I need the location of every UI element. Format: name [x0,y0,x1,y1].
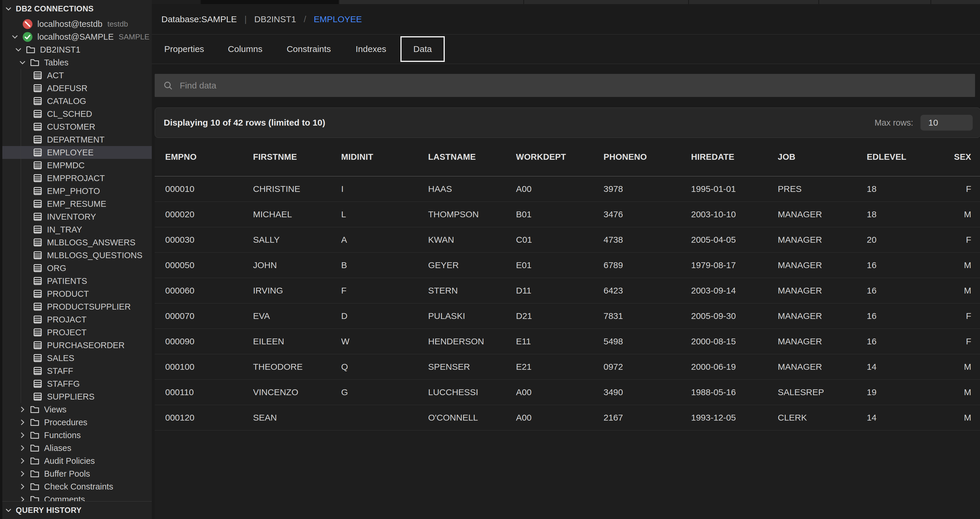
tree-item-patients[interactable]: PATIENTS [0,275,152,287]
breadcrumb-schema[interactable]: DB2INST1 [254,14,296,24]
table-row[interactable]: 000100THEODOREQSPENSERE2109722000-06-19M… [155,354,980,380]
table-row[interactable]: 000070EVADPULASKID2178312005-09-30MANAGE… [155,303,980,329]
table-icon [33,160,43,170]
tree-item-productsupplier[interactable]: PRODUCTSUPPLIER [0,300,152,313]
tree-item-label: Views [44,405,67,414]
tree-item-staff[interactable]: STAFF [0,364,152,377]
table-cell: 1995-01-01 [691,184,778,194]
tree-item-buffer-pools[interactable]: Buffer Pools [0,467,152,480]
tree-item-purchaseorder[interactable]: PURCHASEORDER [0,339,152,351]
tree-item-audit-policies[interactable]: Audit Policies [0,454,152,467]
tree-item-department[interactable]: DEPARTMENT [0,133,152,146]
connection-database-badge: SAMPLE [119,32,150,42]
tree-item-suppliers[interactable]: SUPPLIERS [0,390,152,403]
table-cell: SPENSER [428,362,516,372]
table-cell: 000060 [165,286,253,295]
connection-database-badge: testdb [107,19,128,29]
tree-item-empprojact[interactable]: EMPPROJACT [0,172,152,185]
editor-tab-active[interactable] [201,0,339,4]
tree-item-org[interactable]: ORG [0,262,152,275]
table-cell: KWAN [428,235,516,245]
main-panel: Database:SAMPLE | DB2INST1 / EMPLOYEE Pr… [152,0,980,519]
tree-item-employee[interactable]: EMPLOYEE [0,146,152,159]
search-input[interactable] [180,74,975,97]
editor-tab[interactable] [524,0,688,4]
tree-item-staffg[interactable]: STAFFG [0,377,152,390]
tree-item-customer[interactable]: CUSTOMER [0,120,152,133]
tab-indexes[interactable]: Indexes [342,35,400,64]
tree-item-label: SALES [47,353,75,363]
tree-item-emp-resume[interactable]: EMP_RESUME [0,198,152,210]
tab-constraints[interactable]: Constraints [276,35,342,64]
tree-item-db2inst1[interactable]: DB2INST1 [0,43,152,56]
tree-item-functions[interactable]: Functions [0,429,152,442]
tab-properties[interactable]: Properties [154,35,214,64]
tree-item-views[interactable]: Views [0,403,152,416]
tree-item-label: ACT [47,71,64,80]
table-cell: MANAGER [778,235,867,245]
breadcrumb-table[interactable]: EMPLOYEE [314,14,362,24]
table-row[interactable]: 000060IRVINGFSTERND1164232003-09-14MANAG… [155,278,980,303]
table-icon [33,70,43,80]
tree-item-sales[interactable]: SALES [0,351,152,364]
column-header-firstnme: FIRSTNME [253,152,341,162]
table-cell: STERN [428,286,516,295]
tree-item-adefusr[interactable]: ADEFUSR [0,82,152,95]
tree-item-tables[interactable]: Tables [0,56,152,69]
column-header-hiredate: HIREDATE [691,152,778,162]
tree-item-label: MLBLOGS_ANSWERS [47,238,135,248]
editor-tab[interactable] [152,0,200,4]
editor-tab[interactable] [819,0,931,4]
table-cell: MANAGER [778,311,867,321]
tree-item-project[interactable]: PROJECT [0,326,152,339]
tree-item-procedures[interactable]: Procedures [0,416,152,429]
table-cell: F [952,337,971,347]
table-row[interactable]: 000010CHRISTINEIHAASA0039781995-01-01PRE… [155,176,980,202]
tree-item-localhost-sample[interactable]: localhost@SAMPLESAMPLE [0,30,152,43]
table-icon [33,327,43,337]
tree-item-check-constraints[interactable]: Check Constraints [0,480,152,493]
chevron-right-icon [18,469,27,478]
table-cell: M [952,286,971,295]
tree-item-label: EMP_RESUME [47,199,106,209]
table-row[interactable]: 000020MICHAELLTHOMPSONB0134762003-10-10M… [155,202,980,227]
table-cell: 19 [867,387,952,397]
editor-tab[interactable] [339,0,523,4]
breadcrumb-database[interactable]: Database:SAMPLE [161,14,237,24]
max-rows-input[interactable] [921,115,973,131]
tree-item-catalog[interactable]: CATALOG [0,95,152,107]
tree-item-projact[interactable]: PROJACT [0,313,152,326]
tree-item-act[interactable]: ACT [0,69,152,82]
table-row[interactable]: 000110VINCENZOGLUCCHESSIA0034901988-05-1… [155,380,980,405]
table-cell: SALLY [253,235,341,245]
tree-item-empmdc[interactable]: EMPMDC [0,159,152,172]
tree-item-mlblogs-questions[interactable]: MLBLOGS_QUESTIONS [0,249,152,262]
tree-item-cl-sched[interactable]: CL_SCHED [0,107,152,120]
tree-item-product[interactable]: PRODUCT [0,287,152,300]
tab-data[interactable]: Data [400,36,445,62]
table-row[interactable]: 000120SEANO'CONNELLA0021671993-12-05CLER… [155,405,980,431]
tree-item-localhost-testdb[interactable]: localhost@testdbtestdb [0,18,152,30]
editor-tab[interactable] [931,0,980,4]
tree-item-emp-photo[interactable]: EMP_PHOTO [0,185,152,198]
table-row[interactable]: 000030SALLYAKWANC0147382005-04-05MANAGER… [155,227,980,252]
table-row[interactable]: 000050JOHNBGEYERE0167891979-08-17MANAGER… [155,252,980,278]
table-cell: 16 [867,311,952,321]
table-row[interactable]: 000090EILEENWHENDERSONE1154982000-08-15M… [155,329,980,354]
table-cell: B [341,260,428,270]
connections-section-header[interactable]: DB2 CONNECTIONS [0,0,152,18]
table-cell: F [952,184,971,194]
table-icon [33,135,43,145]
table-cell: 5498 [603,337,691,347]
breadcrumb-separator: / [304,14,306,24]
connections-sidebar: DB2 CONNECTIONS localhost@testdbtestdblo… [0,0,152,519]
query-history-section-header[interactable]: QUERY HISTORY [0,501,152,519]
editor-tab[interactable] [689,0,818,4]
tree-item-in-tray[interactable]: IN_TRAY [0,223,152,236]
tree-item-aliases[interactable]: Aliases [0,442,152,454]
tree-item-mlblogs-answers[interactable]: MLBLOGS_ANSWERS [0,236,152,249]
column-header-midinit: MIDINIT [341,152,428,162]
tab-columns[interactable]: Columns [214,35,276,64]
tree-item-inventory[interactable]: INVENTORY [0,210,152,223]
table-cell: EILEEN [253,337,341,347]
